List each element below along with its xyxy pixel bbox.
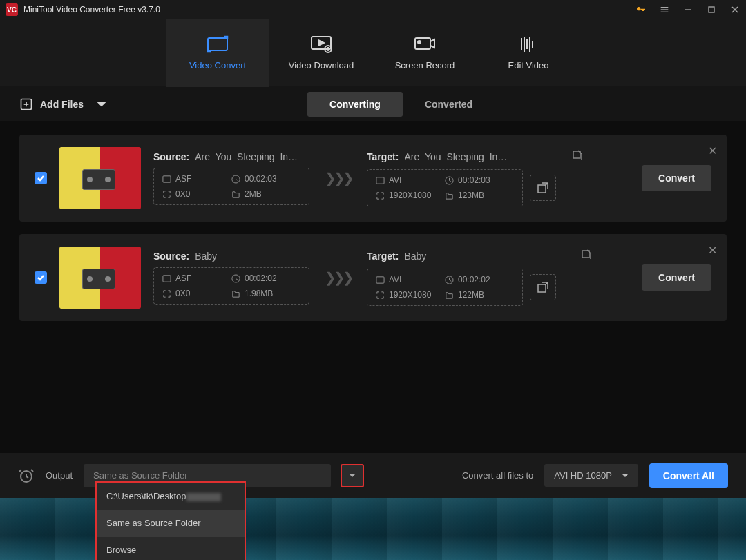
tgt-duration: 00:02:03 [458, 175, 490, 185]
source-label: Source: [153, 251, 189, 262]
add-files-button[interactable]: Add Files [19, 97, 108, 111]
tgt-format: AVI [389, 175, 401, 185]
svg-rect-21 [538, 185, 546, 193]
src-format: ASF [175, 273, 191, 283]
convert-all-button[interactable]: Convert All [649, 463, 728, 488]
target-name: Baby [404, 251, 426, 262]
src-res: 0X0 [175, 189, 190, 199]
caret-down-icon [622, 472, 629, 479]
tgt-res: 1920X1080 [389, 290, 431, 300]
output-dropdown-menu: C:\Users\tk\Desktop Same as Source Folde… [95, 481, 246, 560]
remove-item-icon[interactable]: ✕ [708, 244, 717, 257]
app-title: MiniTool Video Converter Free v3.7.0 [23, 5, 635, 15]
dropdown-option-same-as-source[interactable]: Same as Source Folder [97, 510, 245, 537]
tab-edit-video[interactable]: Edit Video [477, 19, 580, 87]
svg-rect-4 [709, 7, 714, 12]
dropdown-option-browse[interactable]: Browse [97, 537, 245, 560]
toolbar: Add Files Converting Converted [0, 87, 746, 121]
source-name: Are_You_Sleeping_In… [195, 151, 298, 162]
edit-target-icon[interactable] [572, 150, 583, 164]
tab-label: Edit Video [508, 60, 548, 70]
target-info-box: AVI 00:02:03 1920X1080 123MB [367, 169, 523, 206]
popout-button[interactable] [530, 175, 556, 201]
menu-icon[interactable] [659, 4, 670, 15]
tab-label: Video Download [289, 60, 354, 70]
arrow-icon: ❯❯❯ [322, 170, 354, 186]
tgt-duration: 00:02:02 [458, 275, 490, 284]
popout-button[interactable] [530, 274, 556, 300]
src-duration: 00:02:03 [245, 174, 277, 184]
svg-marker-9 [318, 40, 324, 46]
svg-rect-11 [415, 38, 430, 49]
tgt-res: 1920X1080 [389, 191, 431, 200]
svg-rect-27 [538, 284, 546, 292]
target-name: Are_You_Sleeping_In… [404, 151, 507, 162]
src-duration: 00:02:02 [245, 273, 277, 283]
add-files-label: Add Files [40, 99, 84, 110]
svg-rect-25 [376, 276, 384, 282]
conversion-item: Source:Are_You_Sleeping_In… ASF 00:02:03… [19, 135, 727, 222]
clock-icon[interactable] [18, 467, 35, 484]
src-res: 0X0 [175, 289, 190, 298]
tab-screen-record[interactable]: Screen Record [373, 19, 477, 87]
format-value: AVI HD 1080P [554, 470, 612, 481]
tab-label: Video Convert [189, 60, 246, 70]
close-icon[interactable] [729, 4, 740, 15]
main-tabs: Video Convert Video Download Screen Reco… [0, 19, 746, 87]
output-value: Same as Source Folder [93, 470, 188, 481]
minimize-icon[interactable] [682, 4, 694, 15]
item-checkbox[interactable] [35, 172, 47, 184]
src-size: 2MB [245, 189, 262, 199]
target-label: Target: [367, 151, 399, 162]
target-label: Target: [367, 251, 399, 262]
src-size: 1.98MB [245, 289, 273, 298]
tab-video-convert[interactable]: Video Convert [166, 19, 269, 87]
svg-rect-22 [163, 275, 171, 281]
app-logo: VC [6, 3, 18, 16]
convert-button[interactable]: Convert [642, 165, 711, 191]
key-icon[interactable] [635, 4, 647, 15]
dropdown-option-recent[interactable]: C:\Users\tk\Desktop [97, 483, 245, 510]
svg-point-12 [418, 41, 421, 44]
convert-button[interactable]: Convert [642, 264, 711, 291]
tgt-size: 123MB [458, 191, 484, 200]
svg-rect-19 [376, 177, 384, 183]
subtab-converting[interactable]: Converting [307, 92, 403, 117]
src-format: ASF [175, 174, 191, 184]
tgt-size: 122MB [458, 290, 484, 300]
svg-rect-7 [208, 38, 227, 50]
tab-label: Screen Record [395, 60, 455, 70]
source-info-box: ASF 00:02:03 0X0 2MB [153, 168, 309, 205]
conversion-item: Source:Baby ASF 00:02:02 0X0 1.98MB ❯❯❯ … [19, 234, 727, 321]
item-thumbnail [59, 247, 141, 309]
source-label: Source: [153, 151, 189, 162]
titlebar: VC MiniTool Video Converter Free v3.7.0 [0, 0, 746, 19]
tab-video-download[interactable]: Video Download [269, 19, 373, 87]
convert-all-label: Convert all files to [462, 470, 533, 481]
output-label: Output [46, 470, 73, 481]
target-info-box: AVI 00:02:02 1920X1080 122MB [367, 269, 523, 306]
remove-item-icon[interactable]: ✕ [708, 144, 717, 157]
output-dropdown-toggle[interactable] [341, 464, 364, 487]
caret-down-icon[interactable] [95, 97, 108, 111]
source-name: Baby [195, 251, 217, 262]
edit-target-icon[interactable] [581, 249, 592, 263]
source-info-box: ASF 00:02:02 0X0 1.98MB [153, 267, 309, 305]
item-thumbnail [59, 147, 141, 209]
item-checkbox[interactable] [35, 271, 47, 284]
svg-rect-16 [163, 175, 171, 182]
arrow-icon: ❯❯❯ [322, 269, 354, 286]
tgt-format: AVI [389, 275, 401, 284]
content-list: Source:Are_You_Sleeping_In… ASF 00:02:03… [0, 121, 746, 335]
output-format-select[interactable]: AVI HD 1080P [544, 464, 638, 487]
dropdown-text: C:\Users\tk\Desktop [106, 491, 186, 501]
subtab-converted[interactable]: Converted [403, 92, 495, 117]
maximize-icon[interactable] [706, 4, 717, 15]
